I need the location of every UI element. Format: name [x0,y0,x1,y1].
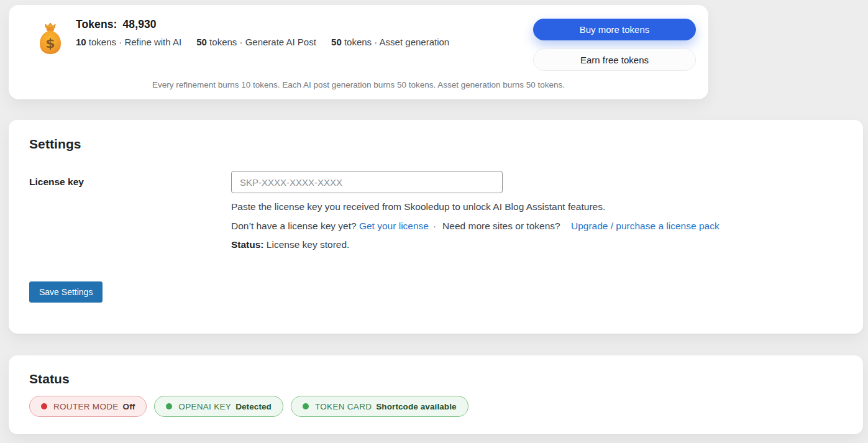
license-help-text: Paste the license key you received from … [231,201,863,212]
license-key-input[interactable] [231,171,503,193]
status-dot-icon [41,403,47,409]
tokens-balance: 48,930 [123,18,157,30]
svg-text:$: $ [45,35,55,51]
status-dot-icon [166,403,172,409]
tokens-footnote: Every refinement burns 10 tokens. Each A… [21,80,696,89]
token-cost-item: 50 tokens · Asset generation [331,37,449,47]
license-status-label: Status: [231,239,264,250]
earn-free-tokens-button[interactable]: Earn free tokens [533,48,696,71]
token-cost-item: 10 tokens · Refine with AI [76,37,181,47]
tokens-buttons-column: Buy more tokens Earn free tokens [533,18,696,71]
badge-value: Shortcode available [376,402,456,411]
license-key-label: License key [29,171,231,250]
dot-separator: · [433,221,436,231]
license-status-value: License key stored. [264,239,350,250]
settings-card: Settings License key Paste the license k… [9,120,863,334]
badge-value: Detected [235,402,272,411]
upgrade-license-link[interactable]: Upgrade / purchase a license pack [571,221,720,231]
buy-more-tokens-button[interactable]: Buy more tokens [533,19,696,40]
badge-label: ROUTER MODE [53,402,119,411]
save-settings-button[interactable]: Save Settings [29,281,103,303]
token-cost-item: 50 tokens · Generate AI Post [196,37,316,47]
badge-label: TOKEN CARD [315,402,372,411]
money-bag-icon: $ [39,22,62,57]
settings-title: Settings [29,137,863,152]
status-badge-openai-key: OPENAI KEY Detected [154,396,283,417]
tokens-card-top: $ Tokens:48,930 10 tokens · Refine with … [39,18,696,71]
tokens-text-block: Tokens:48,930 10 tokens · Refine with AI… [76,18,462,47]
status-title: Status [29,372,863,386]
no-license-question: Don’t have a license key yet? [231,221,357,231]
status-badge-router-mode: ROUTER MODE Off [29,396,147,417]
status-card: Status ROUTER MODE Off OPENAI KEY Detect… [9,355,863,434]
token-costs-line: 10 tokens · Refine with AI 50 tokens · G… [76,37,462,47]
license-status-line: Status: License key stored. [231,239,863,250]
need-more-question: Need more sites or tokens? [442,221,560,231]
status-badges-row: ROUTER MODE Off OPENAI KEY Detected TOKE… [29,396,863,417]
badge-value: Off [123,402,135,411]
license-key-row: License key Paste the license key you re… [29,171,863,250]
tokens-label: Tokens: [76,18,117,30]
badge-label: OPENAI KEY [178,402,231,411]
license-key-field-column: Paste the license key you received from … [231,171,863,250]
tokens-card: $ Tokens:48,930 10 tokens · Refine with … [9,5,708,99]
tokens-balance-line: Tokens:48,930 [76,18,462,31]
status-badge-token-card: TOKEN CARD Shortcode available [291,396,468,417]
get-license-link[interactable]: Get your license [359,221,429,231]
license-links-line: Don’t have a license key yet? Get your l… [231,220,863,232]
status-dot-icon [303,403,309,409]
